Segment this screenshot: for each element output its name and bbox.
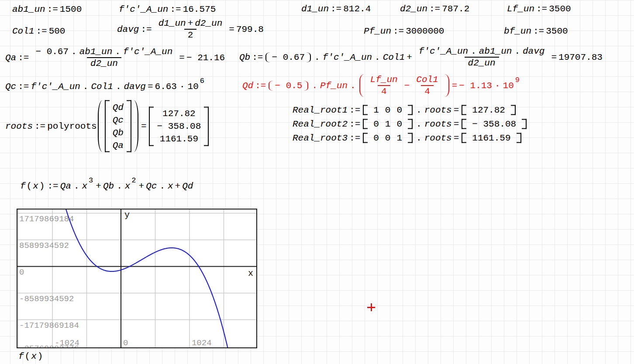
variable: Col1 <box>416 75 438 85</box>
variable: x <box>82 181 87 191</box>
variable: x <box>33 181 38 191</box>
variable: Qd <box>113 102 124 112</box>
operator: · <box>177 82 188 92</box>
operator: . <box>113 82 124 92</box>
equation-Qc[interactable]: Qc:=f'c'_A_un.Col1.davg=6.63·106 <box>5 82 205 92</box>
right-bracket-icon <box>408 105 413 115</box>
variable: Qd <box>182 181 193 191</box>
paren-group: Lf_un4−Col14 <box>359 74 449 97</box>
variable: d2_un <box>400 4 427 14</box>
group-content: 010 <box>368 119 408 129</box>
denominator: d2_un <box>465 57 499 69</box>
operator: . <box>312 52 323 62</box>
cursor-crosshair[interactable] <box>367 303 375 311</box>
operator: := <box>16 53 31 63</box>
variable: roots <box>5 121 33 131</box>
operator: = <box>452 133 461 143</box>
operator: = <box>452 119 461 129</box>
number: − 358.08 <box>157 121 201 131</box>
group-content: 127.82 <box>466 105 511 115</box>
variable: Qa <box>5 53 16 63</box>
right-bracket-icon <box>511 105 516 115</box>
number: 3500 <box>549 4 571 14</box>
equation-Real_root3[interactable]: Real_root3:=001.roots=1161.59 <box>293 133 522 143</box>
operator: = <box>177 53 186 63</box>
bracket-group: 001 <box>363 133 413 143</box>
operator: − <box>403 81 412 91</box>
y-tick-label: 17179869184 <box>19 214 74 224</box>
operator: := <box>250 52 265 62</box>
right-bracket-icon <box>127 100 131 152</box>
equation-f_definition[interactable]: f(x):=Qa.x3+Qb.x2+Qc.x+Qd <box>20 181 193 191</box>
equation-ab1_un[interactable]: ab1_un:=1500 <box>12 4 82 14</box>
operator: := <box>427 4 442 14</box>
matrix-column: QdQcQbQa <box>111 100 125 152</box>
variable: Lf_un <box>370 75 398 85</box>
fraction: f'c'_A_un.ab1_un.davgd2_un <box>415 46 548 69</box>
equation-Qa[interactable]: Qa:=− 0.67.ab1_un.f'c'_A_und2_un=− 21.16 <box>5 46 225 69</box>
operator: = <box>139 121 148 131</box>
operator: := <box>531 26 546 36</box>
equation-bf_un[interactable]: bf_un:=3500 <box>504 26 568 36</box>
matrix-column: 127.82− 358.081161.59 <box>155 106 203 146</box>
left-paren-icon <box>269 81 273 91</box>
number: − 21.16 <box>186 53 225 63</box>
group-content: − 358.08 <box>466 119 522 129</box>
equation-Qb[interactable]: Qb:=− 0.67.f'c'_A_un.Col1+f'c'_A_un.ab1_… <box>239 46 603 69</box>
number: − 0.5 <box>275 81 302 91</box>
operator: . <box>80 82 91 92</box>
denominator: 4 <box>421 85 434 97</box>
equation-Pf_un[interactable]: Pf_un:=3000000 <box>364 26 444 36</box>
group-content: Lf_un4−Col14 <box>364 74 444 97</box>
variable: Col1 <box>383 52 405 62</box>
variable: Qc <box>146 181 157 191</box>
equation-d2_un[interactable]: d2_un:=787.2 <box>400 4 469 14</box>
xy-plot-region[interactable]: 1717986918485899345920-8589934592-171798… <box>17 209 257 348</box>
operator: + <box>137 181 146 191</box>
function-name: polyroots <box>47 121 96 131</box>
operator: . <box>372 52 383 62</box>
number: − 0.67 <box>272 52 305 62</box>
variable: Pf_un <box>364 26 391 36</box>
number: 812.4 <box>343 4 371 14</box>
left-paren-icon <box>98 100 103 152</box>
variable: f'c'_A_un <box>31 82 80 92</box>
variable: Qa <box>113 140 124 150</box>
variable: Qb <box>239 52 250 62</box>
operator: := <box>391 26 406 36</box>
bracket-group: 100 <box>363 105 413 115</box>
matrix-row: Qd <box>113 102 124 113</box>
equation-trace_label[interactable]: f(x) <box>18 351 44 361</box>
left-bracket-icon <box>462 133 466 143</box>
numerator: − 0.67.ab1_un.f'c'_A_un <box>32 46 176 57</box>
right-paren-icon <box>134 100 138 152</box>
right-paren-icon <box>303 81 308 91</box>
matrix-row: Qb <box>113 127 124 138</box>
group-content: QdQcQbQa <box>110 100 127 152</box>
numerator: Lf_un <box>367 74 401 85</box>
equation-Col1[interactable]: Col1:=500 <box>12 26 65 36</box>
operator: + <box>173 181 183 191</box>
operator: . <box>468 46 479 56</box>
x-tick-label: -1024 <box>55 338 79 348</box>
variable: f'c'_A_un <box>119 4 168 14</box>
left-bracket-icon <box>462 119 466 129</box>
equation-Real_root2[interactable]: Real_root2:=010.roots=− 358.08 <box>293 119 527 129</box>
bracket-group: − 358.08 <box>462 119 527 129</box>
equation-Real_root1[interactable]: Real_root1:=100.roots=127.82 <box>293 105 517 115</box>
equation-roots[interactable]: roots:=polyrootsQdQcQbQa=127.82− 358.081… <box>5 100 210 152</box>
equation-d1_un[interactable]: d1_un:=812.4 <box>301 4 371 14</box>
operator: = <box>452 105 461 115</box>
equation-Qd[interactable]: Qd:=− 0.5.Pf_un.Lf_un4−Col14=− 1.13·109 <box>242 74 520 97</box>
bracket-group: QdQcQbQa <box>105 100 131 152</box>
equation-Lf_un[interactable]: Lf_un:=3500 <box>507 4 571 14</box>
left-paren-icon <box>359 74 364 97</box>
equation-fc_A_un[interactable]: f'c'_A_un:=16.575 <box>119 4 216 14</box>
variable: Qb <box>103 181 114 191</box>
y-tick-label: 0 <box>19 268 24 277</box>
matrix-row: Qa <box>113 140 124 151</box>
plot-svg[interactable]: 1717986918485899345920-8589934592-171798… <box>17 209 257 348</box>
left-bracket-icon <box>363 119 368 129</box>
equation-davg[interactable]: davg:=d1_un+d2_un2=799.8 <box>117 18 264 41</box>
bracket-group: 127.82 <box>462 105 516 115</box>
